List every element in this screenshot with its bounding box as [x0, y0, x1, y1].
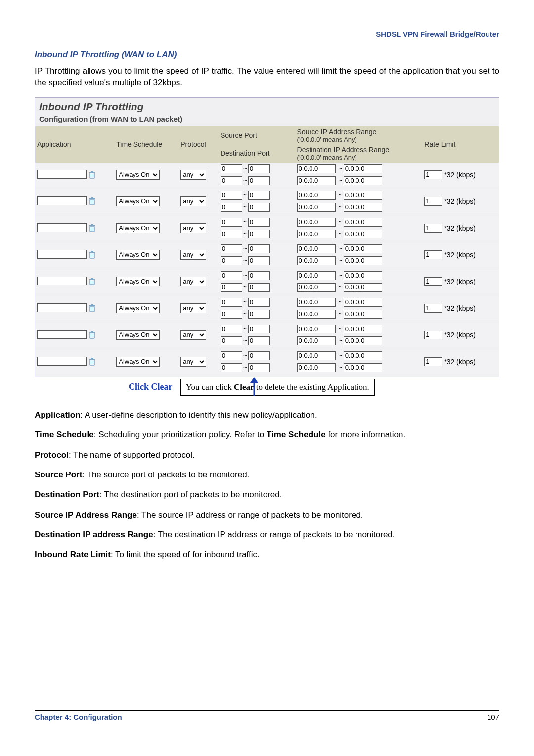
rate-limit-input[interactable] [424, 197, 442, 206]
rate-limit-input[interactable] [424, 304, 442, 313]
rate-limit-input[interactable] [424, 170, 442, 179]
clear-icon[interactable] [89, 224, 96, 233]
source-port-from-input[interactable] [221, 351, 242, 360]
clear-icon[interactable] [89, 304, 96, 313]
rate-limit-input[interactable] [424, 277, 442, 286]
source-port-from-input[interactable] [221, 164, 242, 173]
dest-ip-from-input[interactable] [297, 363, 336, 372]
dest-port-to-input[interactable] [248, 310, 270, 319]
dest-port-to-input[interactable] [248, 256, 270, 265]
time-schedule-select[interactable]: Always On [116, 196, 160, 206]
protocol-select[interactable]: any [180, 250, 206, 260]
source-port-to-input[interactable] [248, 298, 270, 307]
protocol-select[interactable]: any [180, 303, 206, 313]
clear-icon[interactable] [89, 331, 96, 339]
dest-port-to-input[interactable] [248, 363, 270, 372]
dest-ip-from-input[interactable] [297, 203, 336, 212]
dest-port-from-input[interactable] [221, 176, 242, 185]
source-ip-to-input[interactable] [344, 351, 382, 360]
source-ip-to-input[interactable] [344, 244, 382, 253]
application-input[interactable] [37, 250, 87, 259]
protocol-select[interactable]: any [180, 170, 206, 180]
dest-ip-to-input[interactable] [344, 310, 382, 319]
time-schedule-select[interactable]: Always On [116, 330, 160, 340]
source-ip-from-input[interactable] [297, 325, 336, 333]
source-port-to-input[interactable] [248, 218, 270, 227]
protocol-select[interactable]: any [180, 330, 206, 340]
source-port-from-input[interactable] [221, 325, 242, 333]
application-input[interactable] [37, 303, 87, 312]
dest-ip-to-input[interactable] [344, 363, 382, 372]
source-ip-from-input[interactable] [297, 271, 336, 280]
dest-port-from-input[interactable] [221, 230, 242, 238]
dest-ip-to-input[interactable] [344, 176, 382, 185]
dest-ip-from-input[interactable] [297, 310, 336, 319]
source-ip-from-input[interactable] [297, 298, 336, 307]
source-port-to-input[interactable] [248, 325, 270, 333]
source-ip-from-input[interactable] [297, 191, 336, 200]
clear-icon[interactable] [89, 277, 96, 286]
source-port-from-input[interactable] [221, 218, 242, 227]
source-ip-to-input[interactable] [344, 191, 382, 200]
application-input[interactable] [37, 357, 87, 366]
application-input[interactable] [37, 170, 87, 179]
time-schedule-select[interactable]: Always On [116, 303, 160, 313]
protocol-select[interactable]: any [180, 223, 206, 233]
clear-icon[interactable] [89, 170, 96, 179]
dest-ip-to-input[interactable] [344, 256, 382, 265]
source-ip-to-input[interactable] [344, 271, 382, 280]
dest-port-from-input[interactable] [221, 310, 242, 319]
clear-icon[interactable] [89, 197, 96, 206]
dest-port-from-input[interactable] [221, 363, 242, 372]
dest-port-to-input[interactable] [248, 230, 270, 238]
dest-ip-from-input[interactable] [297, 230, 336, 238]
dest-port-to-input[interactable] [248, 283, 270, 292]
dest-port-from-input[interactable] [221, 336, 242, 345]
source-ip-to-input[interactable] [344, 298, 382, 307]
time-schedule-select[interactable]: Always On [116, 277, 160, 286]
dest-ip-from-input[interactable] [297, 336, 336, 345]
source-ip-from-input[interactable] [297, 218, 336, 227]
dest-ip-from-input[interactable] [297, 176, 336, 185]
source-ip-from-input[interactable] [297, 164, 336, 173]
source-port-to-input[interactable] [248, 164, 270, 173]
rate-limit-input[interactable] [424, 250, 442, 259]
source-port-to-input[interactable] [248, 271, 270, 280]
dest-ip-to-input[interactable] [344, 283, 382, 292]
source-port-from-input[interactable] [221, 298, 242, 307]
protocol-select[interactable]: any [180, 357, 206, 367]
source-port-from-input[interactable] [221, 244, 242, 253]
source-port-to-input[interactable] [248, 351, 270, 360]
source-port-from-input[interactable] [221, 271, 242, 280]
application-input[interactable] [37, 223, 87, 232]
dest-ip-to-input[interactable] [344, 230, 382, 238]
rate-limit-input[interactable] [424, 331, 442, 339]
application-input[interactable] [37, 277, 87, 285]
protocol-select[interactable]: any [180, 196, 206, 206]
clear-icon[interactable] [89, 357, 96, 366]
time-schedule-select[interactable]: Always On [116, 170, 160, 180]
dest-port-to-input[interactable] [248, 336, 270, 345]
source-port-to-input[interactable] [248, 244, 270, 253]
rate-limit-input[interactable] [424, 224, 442, 233]
dest-ip-from-input[interactable] [297, 283, 336, 292]
source-port-from-input[interactable] [221, 191, 242, 200]
source-ip-from-input[interactable] [297, 244, 336, 253]
dest-port-from-input[interactable] [221, 203, 242, 212]
time-schedule-select[interactable]: Always On [116, 223, 160, 233]
clear-icon[interactable] [89, 250, 96, 259]
source-ip-from-input[interactable] [297, 351, 336, 360]
source-ip-to-input[interactable] [344, 325, 382, 333]
source-ip-to-input[interactable] [344, 218, 382, 227]
protocol-select[interactable]: any [180, 277, 206, 286]
rate-limit-input[interactable] [424, 357, 442, 366]
application-input[interactable] [37, 196, 87, 205]
dest-port-to-input[interactable] [248, 176, 270, 185]
dest-ip-to-input[interactable] [344, 203, 382, 212]
dest-ip-to-input[interactable] [344, 336, 382, 345]
dest-ip-from-input[interactable] [297, 256, 336, 265]
time-schedule-select[interactable]: Always On [116, 250, 160, 260]
source-port-to-input[interactable] [248, 191, 270, 200]
dest-port-to-input[interactable] [248, 203, 270, 212]
dest-port-from-input[interactable] [221, 256, 242, 265]
